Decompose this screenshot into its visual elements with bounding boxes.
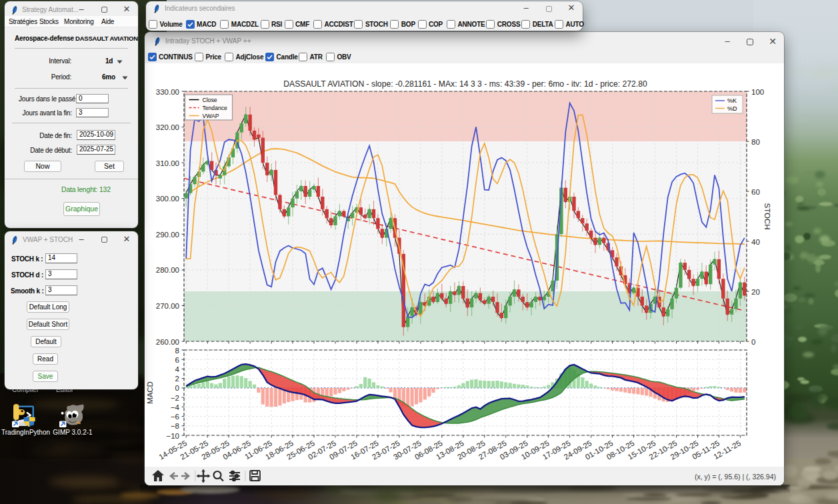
- svg-text:60: 60: [751, 188, 760, 196]
- svg-text:0: 0: [175, 384, 179, 392]
- svg-text:STOCH: STOCH: [763, 203, 771, 229]
- svg-text:320.00: 320.00: [156, 123, 179, 131]
- svg-text:4: 4: [175, 365, 180, 373]
- svg-text:%K: %K: [727, 97, 737, 104]
- svg-text:6: 6: [175, 356, 179, 364]
- svg-text:80: 80: [751, 138, 760, 146]
- svg-text:260.00: 260.00: [156, 338, 179, 346]
- svg-text:2: 2: [175, 375, 179, 383]
- svg-text:−10: −10: [166, 432, 179, 440]
- svg-text:MACD: MACD: [146, 381, 154, 404]
- svg-text:VWAP: VWAP: [203, 113, 219, 119]
- svg-text:−2: −2: [171, 394, 179, 402]
- svg-text:8: 8: [175, 347, 179, 355]
- svg-text:270.00: 270.00: [156, 302, 179, 310]
- svg-text:290.00: 290.00: [156, 231, 179, 239]
- svg-text:330.00: 330.00: [156, 88, 179, 96]
- svg-text:310.00: 310.00: [156, 159, 179, 167]
- svg-text:280.00: 280.00: [156, 266, 179, 274]
- svg-text:%D: %D: [727, 105, 737, 112]
- svg-text:0: 0: [751, 338, 755, 346]
- svg-text:−4: −4: [171, 403, 180, 411]
- svg-text:−6: −6: [171, 413, 179, 421]
- svg-text:20: 20: [751, 288, 760, 296]
- svg-text:Tendance: Tendance: [203, 105, 227, 111]
- svg-text:−8: −8: [171, 422, 179, 430]
- svg-text:DASSAULT AVIATION - slope: -0.: DASSAULT AVIATION - slope: -0.281161 - M…: [283, 79, 647, 89]
- svg-text:40: 40: [751, 238, 760, 246]
- svg-text:Close: Close: [203, 97, 217, 103]
- svg-text:300.00: 300.00: [156, 195, 179, 203]
- svg-text:100: 100: [751, 88, 764, 96]
